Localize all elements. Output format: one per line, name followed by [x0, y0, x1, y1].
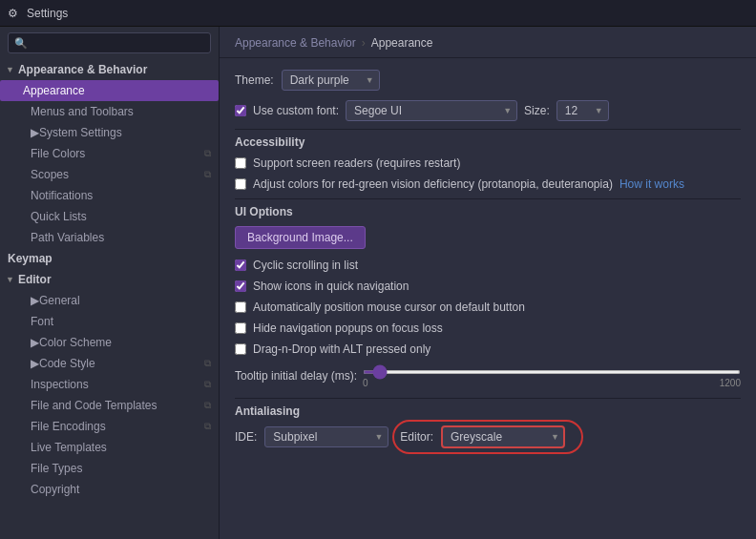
- antialiasing-title: Antialiasing: [235, 404, 741, 418]
- editor-antialiasing-label: Editor:: [400, 430, 433, 444]
- code-style-icon: ⧉: [204, 358, 211, 369]
- antialiasing-row: IDE: Subpixel Greyscale None Editor: Gre…: [235, 425, 741, 448]
- editor-antialiasing-item: Editor: Greyscale Subpixel None: [400, 425, 565, 448]
- sidebar-item-copyright[interactable]: Copyright: [0, 479, 219, 500]
- show-icons-checkbox[interactable]: [235, 280, 246, 292]
- show-icons-label: Show icons in quick navigation: [253, 280, 409, 293]
- breadcrumb-separator: ›: [362, 36, 366, 50]
- search-box[interactable]: 🔍: [8, 32, 211, 53]
- sidebar-item-scopes[interactable]: Scopes ⧉: [0, 164, 219, 185]
- arrow-right-icon: ▶: [31, 126, 39, 139]
- drag-drop-checkbox[interactable]: [235, 343, 246, 355]
- sidebar-item-menus-toolbars[interactable]: Menus and Toolbars: [0, 101, 219, 122]
- custom-font-checkbox[interactable]: [235, 105, 246, 116]
- inspections-icon: ⧉: [204, 379, 211, 390]
- screen-readers-row: Support screen readers (requires restart…: [235, 156, 741, 170]
- hide-nav-label: Hide navigation popups on focus loss: [253, 321, 443, 335]
- hide-nav-row: Hide navigation popups on focus loss: [235, 321, 741, 335]
- accessibility-title: Accessibility: [235, 135, 741, 149]
- arrow-right-icon-4: ▶: [31, 357, 39, 370]
- sidebar-item-system-settings[interactable]: ▶ System Settings: [0, 122, 219, 143]
- ide-antialiasing-item: IDE: Subpixel Greyscale None: [235, 426, 388, 447]
- sidebar-item-file-types[interactable]: File Types: [0, 458, 219, 479]
- sidebar-item-notifications[interactable]: Notifications: [0, 185, 219, 206]
- sidebar-item-file-colors[interactable]: File Colors ⧉: [0, 143, 219, 164]
- auto-mouse-label: Automatically position mouse cursor on d…: [253, 301, 525, 314]
- sidebar-item-path-variables[interactable]: Path Variables: [0, 227, 219, 248]
- custom-font-row: Use custom font: Segoe UI Size: 12 11 13…: [235, 100, 741, 121]
- encodings-icon: ⧉: [204, 421, 211, 432]
- theme-label: Theme:: [235, 73, 274, 87]
- size-label: Size:: [524, 104, 550, 117]
- sidebar-item-appearance[interactable]: Appearance: [0, 80, 219, 101]
- app-icon: ⚙: [8, 7, 21, 20]
- slider-max-label: 1200: [720, 378, 741, 388]
- scope-icon: ⧉: [204, 169, 211, 180]
- font-select[interactable]: Segoe UI: [346, 100, 517, 121]
- arrow-down-icon: ▼: [6, 65, 14, 74]
- search-icon: 🔍: [14, 37, 28, 50]
- sidebar-item-file-code-templates[interactable]: File and Code Templates ⧉: [0, 395, 219, 416]
- arrow-down-icon-2: ▼: [6, 275, 14, 284]
- editor-antialiasing-wrapper: Greyscale Subpixel None: [441, 425, 565, 448]
- slider-min-label: 0: [363, 378, 368, 388]
- sidebar-item-inspections[interactable]: Inspections ⧉: [0, 374, 219, 395]
- color-blind-checkbox[interactable]: [235, 178, 246, 190]
- hide-nav-checkbox[interactable]: [235, 322, 246, 334]
- drag-drop-row: Drag-n-Drop with ALT pressed only: [235, 342, 741, 356]
- sidebar-item-file-encodings[interactable]: File Encodings ⧉: [0, 416, 219, 437]
- tooltip-slider-container: Tooltip initial delay (ms): 0 1200: [235, 363, 741, 388]
- file-icon: ⧉: [204, 148, 211, 159]
- cyclic-scroll-label: Cyclic scrolling in list: [253, 259, 358, 272]
- background-image-button[interactable]: Background Image...: [235, 226, 366, 249]
- ide-antialiasing-select[interactable]: Subpixel Greyscale None: [264, 426, 388, 447]
- sidebar-item-font[interactable]: Font: [0, 311, 219, 332]
- ide-antialiasing-wrapper: Subpixel Greyscale None: [264, 426, 388, 447]
- size-select-wrapper: 12 11 13 14: [556, 100, 609, 121]
- ide-antialiasing-label: IDE:: [235, 430, 257, 444]
- sidebar-item-general[interactable]: ▶ General: [0, 290, 219, 311]
- arrow-right-icon-3: ▶: [31, 336, 39, 349]
- sidebar-item-color-scheme[interactable]: ▶ Color Scheme: [0, 332, 219, 353]
- theme-select[interactable]: Dark purple IntelliJ Darcula High contra…: [282, 70, 380, 91]
- sidebar-group-keymap[interactable]: Keymap: [0, 248, 219, 269]
- auto-mouse-checkbox[interactable]: [235, 301, 246, 313]
- theme-select-wrapper: Dark purple IntelliJ Darcula High contra…: [282, 70, 380, 91]
- cyclic-scroll-row: Cyclic scrolling in list: [235, 259, 741, 272]
- sidebar: 🔍 ▼ Appearance & Behavior Appearance Men…: [0, 27, 220, 539]
- tooltip-label: Tooltip initial delay (ms):: [235, 369, 357, 383]
- arrow-right-icon-2: ▶: [31, 294, 39, 307]
- sidebar-item-code-style[interactable]: ▶ Code Style ⧉: [0, 353, 219, 374]
- screen-readers-checkbox[interactable]: [235, 157, 246, 169]
- color-blind-row: Adjust colors for red-green vision defic…: [235, 177, 741, 191]
- title-bar: ⚙ Settings: [0, 0, 756, 27]
- breadcrumb-current: Appearance: [371, 36, 433, 50]
- breadcrumb-parent: Appearance & Behavior: [235, 36, 356, 50]
- ui-options-title: UI Options: [235, 205, 741, 218]
- screen-readers-label: Support screen readers (requires restart…: [253, 156, 460, 170]
- cyclic-scroll-checkbox[interactable]: [235, 259, 246, 271]
- content-area: Appearance & Behavior › Appearance Theme…: [220, 27, 756, 539]
- sidebar-item-live-templates[interactable]: Live Templates: [0, 437, 219, 458]
- breadcrumb: Appearance & Behavior › Appearance: [220, 27, 756, 58]
- show-icons-row: Show icons in quick navigation: [235, 280, 741, 293]
- how-it-works-link[interactable]: How it works: [620, 177, 684, 191]
- title-bar-text: Settings: [27, 7, 68, 20]
- size-select[interactable]: 12 11 13 14: [556, 100, 609, 121]
- sidebar-item-quick-lists[interactable]: Quick Lists: [0, 206, 219, 227]
- color-blind-label: Adjust colors for red-green vision defic…: [253, 177, 613, 191]
- tooltip-slider[interactable]: [363, 370, 741, 374]
- sidebar-group-editor[interactable]: ▼ Editor: [0, 269, 219, 290]
- editor-antialiasing-select[interactable]: Greyscale Subpixel None: [441, 425, 565, 448]
- custom-font-label: Use custom font:: [253, 104, 339, 117]
- sidebar-group-appearance-behavior[interactable]: ▼ Appearance & Behavior: [0, 59, 219, 80]
- drag-drop-label: Drag-n-Drop with ALT pressed only: [253, 342, 430, 356]
- slider-wrapper: 0 1200: [363, 363, 741, 388]
- search-input[interactable]: [32, 36, 204, 50]
- theme-row: Theme: Dark purple IntelliJ Darcula High…: [235, 70, 741, 91]
- templates-icon: ⧉: [204, 400, 211, 411]
- font-select-wrapper: Segoe UI: [346, 100, 517, 121]
- auto-mouse-row: Automatically position mouse cursor on d…: [235, 301, 741, 314]
